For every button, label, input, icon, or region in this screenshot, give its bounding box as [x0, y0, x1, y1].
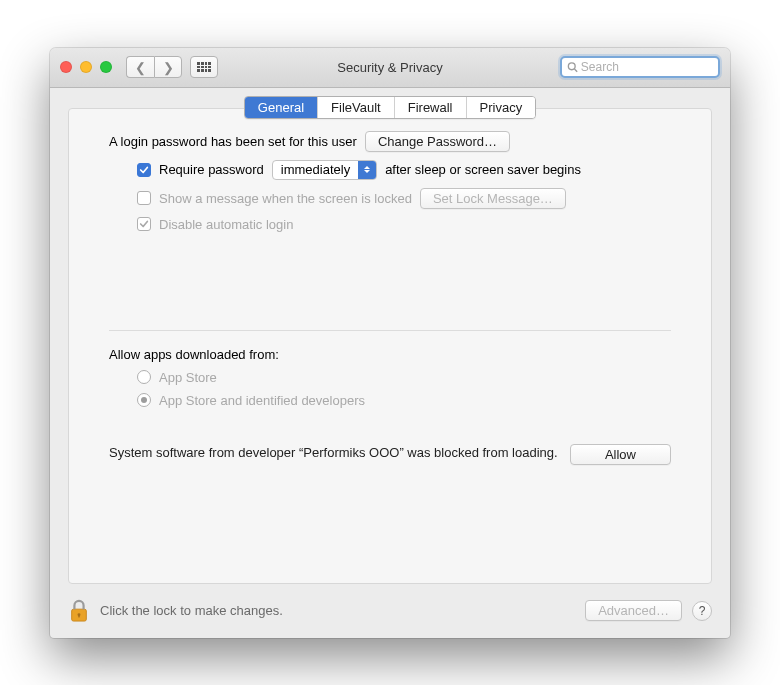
back-button[interactable]: ❮ — [126, 56, 154, 78]
svg-point-0 — [568, 63, 575, 70]
login-password-text: A login password has been set for this u… — [109, 134, 357, 149]
tab-privacy[interactable]: Privacy — [467, 97, 536, 118]
set-lock-message-button: Set Lock Message… — [420, 188, 566, 209]
stepper-icon — [358, 161, 376, 179]
lock-icon — [68, 599, 90, 623]
checkmark-icon — [139, 219, 149, 229]
checkmark-icon — [139, 165, 149, 175]
disable-auto-login-label: Disable automatic login — [159, 217, 293, 232]
forward-button[interactable]: ❯ — [154, 56, 182, 78]
show-lock-message-checkbox — [137, 191, 151, 205]
show-lock-message-label: Show a message when the screen is locked — [159, 191, 412, 206]
show-all-button[interactable] — [190, 56, 218, 78]
chevron-right-icon: ❯ — [163, 60, 174, 75]
footer: Click the lock to make changes. Advanced… — [50, 584, 730, 638]
gatekeeper-heading: Allow apps downloaded from: — [109, 347, 671, 362]
disable-auto-login-checkbox — [137, 217, 151, 231]
require-password-checkbox[interactable] — [137, 163, 151, 177]
tabs: General FileVault Firewall Privacy — [244, 96, 536, 119]
minimize-window-button[interactable] — [80, 61, 92, 73]
search-input[interactable] — [581, 60, 713, 74]
help-button[interactable]: ? — [692, 601, 712, 621]
require-password-label: Require password — [159, 162, 264, 177]
svg-line-1 — [574, 69, 577, 72]
grid-icon — [197, 62, 211, 72]
search-field[interactable] — [560, 56, 720, 78]
window-controls — [60, 61, 112, 73]
svg-rect-4 — [78, 614, 79, 617]
app-store-radio — [137, 370, 151, 384]
allow-button[interactable]: Allow — [570, 444, 671, 465]
zoom-window-button[interactable] — [100, 61, 112, 73]
search-icon — [567, 61, 578, 73]
lock-control[interactable]: Click the lock to make changes. — [68, 599, 283, 623]
titlebar: ❮ ❯ Security & Privacy — [50, 48, 730, 88]
app-store-identified-radio — [137, 393, 151, 407]
delay-value: immediately — [273, 161, 358, 179]
close-window-button[interactable] — [60, 61, 72, 73]
divider — [109, 330, 671, 331]
after-sleep-text: after sleep or screen saver begins — [385, 162, 581, 177]
app-store-identified-label: App Store and identified developers — [159, 393, 365, 408]
change-password-button[interactable]: Change Password… — [365, 131, 510, 152]
login-section: A login password has been set for this u… — [69, 131, 711, 483]
lock-text: Click the lock to make changes. — [100, 603, 283, 618]
advanced-button[interactable]: Advanced… — [585, 600, 682, 621]
app-store-label: App Store — [159, 370, 217, 385]
tab-filevault[interactable]: FileVault — [318, 97, 395, 118]
content-panel: General FileVault Firewall Privacy A log… — [68, 108, 712, 584]
chevron-left-icon: ❮ — [135, 60, 146, 75]
tab-general[interactable]: General — [245, 97, 318, 118]
require-password-delay-select[interactable]: immediately — [272, 160, 377, 180]
question-icon: ? — [699, 604, 706, 618]
tab-firewall[interactable]: Firewall — [395, 97, 467, 118]
preferences-window: ❮ ❯ Security & Privacy General FileVault — [50, 48, 730, 638]
blocked-software-message: System software from developer “Performi… — [109, 444, 558, 462]
